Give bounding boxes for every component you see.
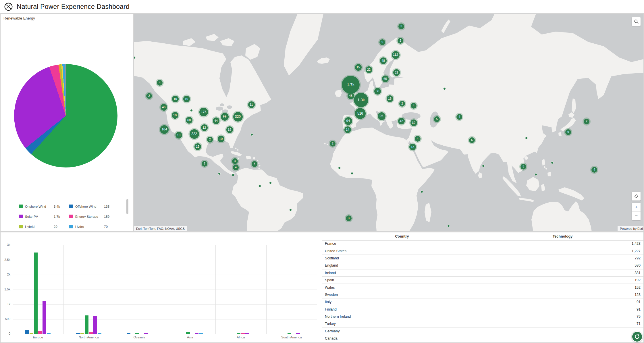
table-row[interactable]: England580 xyxy=(322,262,643,269)
table-row[interactable]: Northern Ireland75 xyxy=(322,313,643,320)
cluster-marker[interactable]: 99 xyxy=(221,113,229,121)
bar[interactable] xyxy=(25,330,29,334)
cluster-marker[interactable]: 4 xyxy=(591,167,597,173)
cluster-marker[interactable]: 42 xyxy=(398,118,405,124)
bar[interactable] xyxy=(93,316,97,334)
cluster-marker[interactable]: 10 xyxy=(172,96,179,102)
cluster-marker[interactable]: 48 xyxy=(380,57,387,64)
point-marker[interactable] xyxy=(351,172,353,175)
cluster-marker[interactable]: 3 xyxy=(398,24,404,29)
cluster-marker[interactable]: 32 xyxy=(393,69,400,76)
point-marker[interactable] xyxy=(525,137,528,139)
cluster-marker[interactable]: 10 xyxy=(176,132,182,138)
column-header-technology[interactable]: Technology xyxy=(482,232,643,240)
cluster-marker[interactable]: 2 xyxy=(207,137,213,142)
cluster-marker[interactable]: 2 xyxy=(330,141,336,147)
cluster-marker[interactable]: 1.3k xyxy=(354,93,368,107)
bar[interactable] xyxy=(237,333,240,334)
point-marker[interactable] xyxy=(421,190,423,193)
cluster-marker[interactable]: 12 xyxy=(201,124,208,131)
cluster-marker[interactable]: 19 xyxy=(183,96,190,102)
bar[interactable] xyxy=(34,253,38,334)
point-marker[interactable] xyxy=(134,56,136,59)
bar[interactable] xyxy=(80,333,84,334)
table-row[interactable]: United States1,227 xyxy=(322,247,643,255)
point-marker[interactable] xyxy=(551,161,554,164)
legend-item[interactable]: Energy Storage159 xyxy=(69,214,114,219)
cluster-marker[interactable]: 2 xyxy=(584,119,589,124)
cluster-marker[interactable]: 10 xyxy=(218,136,224,142)
cluster-marker[interactable]: 15 xyxy=(355,64,362,71)
bar[interactable] xyxy=(288,333,291,334)
cluster-marker[interactable]: 2 xyxy=(399,101,405,107)
column-header-country[interactable]: Country xyxy=(322,232,482,240)
cluster-marker[interactable]: 4 xyxy=(411,103,417,109)
bar[interactable] xyxy=(85,315,88,334)
cluster-marker[interactable]: 7 xyxy=(202,161,207,167)
cluster-marker[interactable]: 32 xyxy=(226,126,233,133)
bar[interactable] xyxy=(195,333,198,334)
cluster-marker[interactable]: 320 xyxy=(233,112,243,122)
cluster-marker[interactable]: 2 xyxy=(398,38,403,44)
zoom-in-button[interactable]: + xyxy=(632,203,641,211)
point-marker[interactable] xyxy=(232,174,234,176)
bar[interactable] xyxy=(245,333,249,334)
cluster-marker[interactable]: 5 xyxy=(434,116,440,122)
point-marker[interactable] xyxy=(190,109,193,112)
cluster-marker[interactable]: 516 xyxy=(355,108,366,119)
cluster-marker[interactable]: 9 xyxy=(565,129,571,135)
cluster-marker[interactable]: 44 xyxy=(213,117,219,124)
cluster-marker[interactable]: 14 xyxy=(344,126,351,133)
cluster-marker[interactable]: 60 xyxy=(186,117,192,124)
table-row[interactable]: Canada xyxy=(322,335,643,342)
table-row[interactable]: Sweden123 xyxy=(322,291,643,298)
bar[interactable] xyxy=(135,333,139,334)
cluster-marker[interactable]: 22 xyxy=(366,66,372,73)
bar[interactable] xyxy=(76,333,80,334)
cluster-marker[interactable]: 112 xyxy=(392,51,400,59)
table-row[interactable]: Turkey71 xyxy=(322,320,643,327)
point-marker[interactable] xyxy=(289,209,292,211)
bar[interactable] xyxy=(43,301,46,334)
bar[interactable] xyxy=(186,332,190,334)
cluster-marker[interactable]: 3 xyxy=(346,215,352,221)
bar[interactable] xyxy=(296,333,300,334)
cluster-marker[interactable]: 65 xyxy=(382,76,389,82)
cluster-marker[interactable]: 222 xyxy=(190,129,199,139)
point-marker[interactable] xyxy=(218,172,221,175)
legend-item[interactable]: Onshore Wind3.4k xyxy=(19,204,63,209)
table-row[interactable]: Germany xyxy=(322,328,643,335)
bar[interactable] xyxy=(47,333,51,334)
bar[interactable] xyxy=(199,333,203,334)
point-marker[interactable] xyxy=(535,173,537,176)
cluster-marker[interactable]: 19 xyxy=(172,112,178,119)
table-row[interactable]: Wales152 xyxy=(322,284,643,291)
cluster-marker[interactable]: 6 xyxy=(469,137,475,143)
cluster-marker[interactable]: 45 xyxy=(348,93,354,99)
table-row[interactable]: Italy91 xyxy=(322,298,643,306)
bar[interactable] xyxy=(30,333,33,334)
cluster-marker[interactable]: 94 xyxy=(344,117,352,125)
legend-item[interactable]: Solar PV1.7k xyxy=(19,214,63,219)
cluster-marker[interactable]: 46 xyxy=(161,104,167,111)
cluster-marker[interactable]: 13 xyxy=(409,144,416,150)
legend-scrollbar[interactable] xyxy=(126,199,128,214)
zoom-out-button[interactable]: − xyxy=(632,211,641,220)
point-marker[interactable] xyxy=(447,225,450,227)
table-row[interactable]: Spain192 xyxy=(322,277,643,284)
refresh-button[interactable] xyxy=(632,331,643,342)
cluster-marker[interactable]: 39 xyxy=(410,120,417,126)
point-marker[interactable] xyxy=(259,185,261,187)
point-marker[interactable] xyxy=(338,167,341,169)
cluster-marker[interactable]: 8 xyxy=(252,161,257,167)
bar[interactable] xyxy=(241,333,245,334)
cluster-marker[interactable]: 4 xyxy=(233,165,239,170)
map-search-button[interactable] xyxy=(632,17,641,26)
cluster-marker[interactable]: 164 xyxy=(160,125,169,134)
point-marker[interactable] xyxy=(269,182,272,184)
cluster-marker[interactable]: 19 xyxy=(194,143,201,150)
legend-item[interactable]: Offshore Wind135 xyxy=(69,204,114,209)
point-marker[interactable] xyxy=(482,165,485,167)
bar[interactable] xyxy=(98,333,101,334)
cluster-marker[interactable]: 5 xyxy=(520,164,526,169)
